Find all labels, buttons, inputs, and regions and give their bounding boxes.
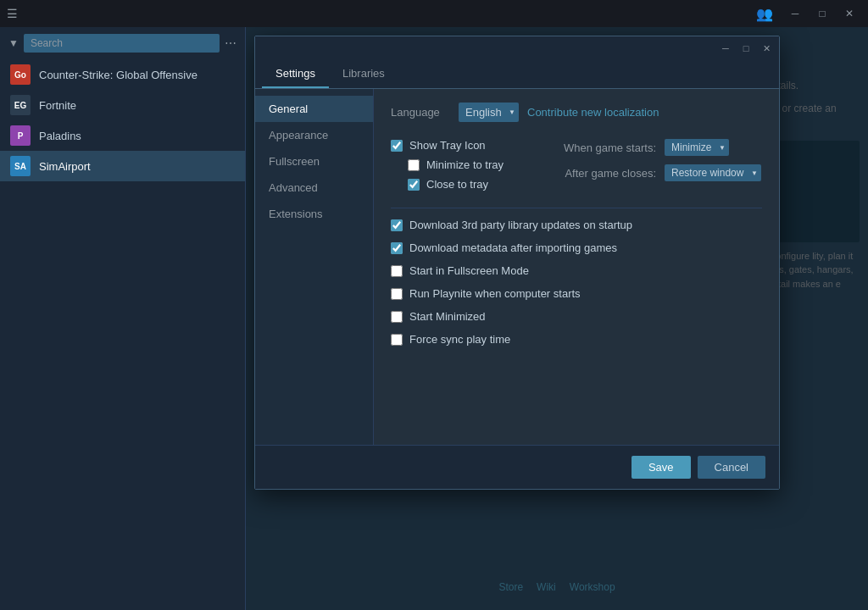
option-row-1[interactable]: Download metadata after importing games [391,241,762,254]
after-game-closes-label: After game closes: [554,167,656,180]
option-checkbox-5[interactable] [391,334,403,346]
option-label-1: Download metadata after importing games [409,241,617,254]
sidebar-item-label: SimAirport [39,160,91,173]
sidebar-item-label: Paladins [39,130,81,142]
tab-settings[interactable]: Settings [262,60,329,88]
menu-icon[interactable]: ☰ [7,7,18,20]
when-game-starts-select[interactable]: Minimize Nothing Close [665,139,729,156]
friends-icon[interactable]: 👥 [756,6,773,22]
tray-right: When game starts: Minimize Nothing Close [554,139,761,191]
option-checkbox-0[interactable] [391,219,403,231]
dialog-titlebar: ─ □ ✕ [255,36,779,60]
when-game-starts-wrap: Minimize Nothing Close [665,139,729,156]
tab-libraries[interactable]: Libraries [329,60,398,88]
sidebar-item-label: Fortnite [39,99,76,112]
options-list: Download 3rd party library updates on st… [391,219,762,346]
cancel-button[interactable]: Cancel [698,456,765,479]
nav-item-general[interactable]: General [255,96,373,122]
sidebar: ▼ ⋯ Go Counter-Strike: Global Offensive … [0,27,246,610]
dialog-overlay: ─ □ ✕ Settings Libraries General Appeara… [246,27,868,610]
option-row-4[interactable]: Start Minimized [391,310,762,323]
close-to-tray-row[interactable]: Close to tray [391,178,504,191]
tray-section: Show Tray Icon Minimize to tray Close to… [391,139,762,191]
option-label-5: Force sync play time [409,333,510,346]
sidebar-item-paladins[interactable]: P Paladins [0,120,245,151]
settings-content: Language English Contribute new localiza… [374,89,779,445]
main-layout: ▼ ⋯ Go Counter-Strike: Global Offensive … [0,27,868,610]
dialog-maximize-button[interactable]: □ [737,41,755,56]
close-to-tray-label: Close to tray [426,178,488,191]
language-select[interactable]: English [459,103,519,122]
show-tray-icon-label: Show Tray Icon [409,139,486,152]
close-button[interactable]: ✕ [837,4,861,23]
after-game-closes-row: After game closes: Restore window Nothin… [554,164,761,181]
csgo-icon: Go [10,64,31,85]
nav-item-fullscreen[interactable]: Fullscreen [255,148,373,175]
fortnite-icon: EG [10,95,31,115]
titlebar-left: ☰ [7,7,18,20]
dialog-footer: Save Cancel [255,445,779,489]
when-game-starts-row: When game starts: Minimize Nothing Close [554,139,761,156]
option-checkbox-1[interactable] [391,242,403,254]
dialog-close-button[interactable]: ✕ [757,41,776,56]
dialog-body: General Appearance Fullscreen Advanced E… [255,89,779,445]
option-row-0[interactable]: Download 3rd party library updates on st… [391,219,762,231]
titlebar: ☰ 👥 ─ □ ✕ [0,0,868,27]
language-select-wrap: English [459,103,519,122]
sidebar-item-simairport[interactable]: SA SimAirport [0,151,245,181]
search-input[interactable] [24,34,220,53]
minimize-to-tray-row[interactable]: Minimize to tray [391,158,504,171]
sidebar-item-label: Counter-Strike: Global Offensive [39,69,198,81]
main-content: SimAirport g, from the cruise-altitude l… [246,27,868,610]
contribute-link[interactable]: Contribute new localization [527,106,659,119]
titlebar-right: 👥 ─ □ ✕ [756,4,861,23]
option-label-2: Start in Fullscreen Mode [409,264,529,277]
show-tray-icon-row[interactable]: Show Tray Icon [391,139,504,152]
settings-dialog: ─ □ ✕ Settings Libraries General Appeara… [254,36,780,490]
nav-item-extensions[interactable]: Extensions [255,201,373,227]
minimize-to-tray-checkbox[interactable] [408,159,420,171]
nav-item-advanced[interactable]: Advanced [255,175,373,201]
minimize-button[interactable]: ─ [783,4,807,23]
tray-left: Show Tray Icon Minimize to tray Close to… [391,139,504,191]
after-game-closes-wrap: Restore window Nothing [665,164,761,181]
option-row-2[interactable]: Start in Fullscreen Mode [391,264,762,277]
after-game-closes-select[interactable]: Restore window Nothing [665,164,761,181]
minimize-to-tray-label: Minimize to tray [426,158,504,171]
when-game-starts-label: When game starts: [554,141,656,154]
sidebar-item-csgo[interactable]: Go Counter-Strike: Global Offensive [0,59,245,90]
maximize-button[interactable]: □ [810,4,834,23]
save-button[interactable]: Save [632,456,691,479]
settings-nav: General Appearance Fullscreen Advanced E… [255,89,374,445]
option-row-5[interactable]: Force sync play time [391,333,762,346]
show-tray-icon-checkbox[interactable] [391,140,403,152]
language-row: Language English Contribute new localiza… [391,103,762,122]
option-label-3: Run Playnite when computer starts [409,287,581,300]
close-to-tray-checkbox[interactable] [408,179,420,191]
dialog-tabs: Settings Libraries [255,60,779,89]
sidebar-search-bar: ▼ ⋯ [0,27,245,59]
option-checkbox-4[interactable] [391,311,403,323]
simairport-icon: SA [10,156,31,176]
dialog-minimize-button[interactable]: ─ [716,41,735,56]
option-label-0: Download 3rd party library updates on st… [409,219,632,231]
paladins-icon: P [10,125,31,146]
sidebar-item-fortnite[interactable]: EG Fortnite [0,90,245,120]
more-options-icon[interactable]: ⋯ [225,36,236,50]
nav-item-appearance[interactable]: Appearance [255,122,373,148]
option-checkbox-3[interactable] [391,288,403,300]
filter-icon[interactable]: ▼ [8,37,19,49]
option-checkbox-2[interactable] [391,265,403,277]
divider [391,208,762,208]
option-row-3[interactable]: Run Playnite when computer starts [391,287,762,300]
language-label: Language [391,106,450,119]
option-label-4: Start Minimized [409,310,486,323]
